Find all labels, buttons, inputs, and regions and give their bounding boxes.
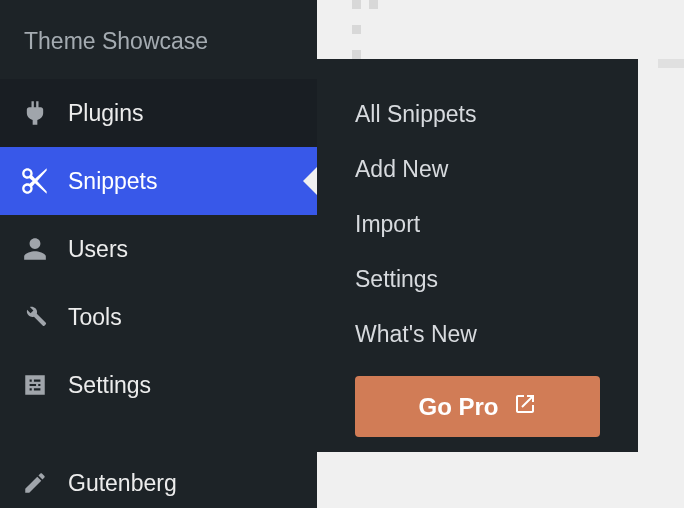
submenu-snippets: All Snippets Add New Import Settings Wha… xyxy=(317,59,638,452)
sidebar-item-label: Users xyxy=(68,236,128,263)
submenu-item-add-new[interactable]: Add New xyxy=(317,142,638,197)
external-link-icon xyxy=(513,392,537,422)
sidebar-item-label: Settings xyxy=(68,372,151,399)
sidebar-item-label: Tools xyxy=(68,304,122,331)
plug-icon xyxy=(18,99,52,127)
sidebar-item-snippets[interactable]: Snippets xyxy=(0,147,317,215)
sidebar-item-label: Snippets xyxy=(68,168,158,195)
decoration-box xyxy=(658,59,684,68)
sidebar-item-label: Plugins xyxy=(68,100,143,127)
scissors-icon xyxy=(18,167,52,195)
submenu-item-whats-new[interactable]: What's New xyxy=(317,307,638,362)
submenu-item-label: Settings xyxy=(355,266,438,292)
sidebar-item-users[interactable]: Users xyxy=(0,215,317,283)
submenu-item-label: All Snippets xyxy=(355,101,476,127)
user-icon xyxy=(18,236,52,262)
sidebar-item-gutenberg[interactable]: Gutenberg xyxy=(0,449,317,508)
wrench-icon xyxy=(18,304,52,330)
submenu-item-label: Import xyxy=(355,211,420,237)
go-pro-button[interactable]: Go Pro xyxy=(355,376,600,437)
pencil-icon xyxy=(18,470,52,496)
submenu-item-label: Add New xyxy=(355,156,448,182)
sidebar-item-settings[interactable]: Settings xyxy=(0,351,317,419)
sidebar-separator xyxy=(0,419,317,449)
submenu-item-import[interactable]: Import xyxy=(317,197,638,252)
sidebar-link-label: Theme Showcase xyxy=(24,28,208,54)
submenu-item-settings[interactable]: Settings xyxy=(317,252,638,307)
active-indicator xyxy=(303,167,317,195)
submenu-item-all-snippets[interactable]: All Snippets xyxy=(317,87,638,142)
go-pro-label: Go Pro xyxy=(418,393,498,421)
sidebar-item-plugins[interactable]: Plugins xyxy=(0,79,317,147)
submenu-item-label: What's New xyxy=(355,321,477,347)
sidebar-item-tools[interactable]: Tools xyxy=(0,283,317,351)
admin-sidebar: Theme Showcase Plugins Snippets Users xyxy=(0,0,317,508)
sidebar-item-label: Gutenberg xyxy=(68,470,177,497)
sidebar-link-theme-showcase[interactable]: Theme Showcase xyxy=(0,0,317,79)
sliders-icon xyxy=(18,372,52,398)
